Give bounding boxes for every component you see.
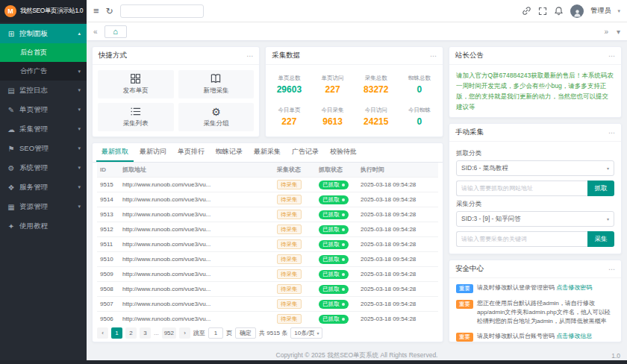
cell-url: http://www.runoob.com/vue3/vu... — [122, 226, 277, 233]
collect-button[interactable]: 采集 — [587, 231, 614, 247]
collect-status-badge: 待采集 — [277, 254, 302, 264]
sidebar-item-system-manage[interactable]: ⚙ 系统管理 ▾ — [0, 158, 87, 178]
cell-id: 9513 — [97, 211, 122, 218]
publish-page-button[interactable]: 发布单页 — [98, 70, 174, 98]
jump-unit: 页 — [226, 329, 232, 337]
more-icon[interactable]: ⋯ — [608, 129, 615, 136]
jump-page-input[interactable] — [208, 327, 223, 339]
security-text: 您正在使用后台默认路径admin，请自行修改 app/admin文件夹和admi… — [477, 300, 611, 324]
collect-status-badge: 待采集 — [277, 195, 302, 204]
importance-badge: 重要 — [456, 284, 473, 293]
more-icon[interactable]: ⋯ — [246, 52, 253, 60]
cell-time: 2025-03-18 09:54:28 — [361, 181, 438, 188]
collect-status-badge: 待采集 — [277, 314, 302, 324]
sidebar-item-dashboard[interactable]: ⊞ 控制面板 ▴ — [0, 24, 87, 43]
card-title: 手动采集 — [455, 128, 484, 137]
table-row: 9512 http://www.runoob.com/vue3/vu... 待采… — [97, 222, 438, 237]
sidebar-item-home[interactable]: 后台首页 — [0, 43, 87, 62]
total-count: 共 9515 条 — [259, 329, 287, 337]
quick-grid: 发布单页 新增采集 — [93, 65, 259, 136]
collect-manage-icon: ☁ — [6, 125, 16, 134]
tab-scroll-left-icon[interactable]: « — [92, 28, 99, 36]
grid-icon — [130, 73, 141, 84]
sidebar-item-resource-manage[interactable]: ▦ 资源管理 ▾ — [0, 197, 87, 216]
more-icon[interactable]: ⋯ — [608, 52, 615, 60]
tab-latest-visit[interactable]: 最新访问 — [134, 143, 172, 162]
tab-menu-icon[interactable]: ▾ — [615, 28, 622, 36]
sidebar-item-label: 控制面板 — [19, 29, 78, 39]
gear-icon: ⚙ — [211, 106, 221, 117]
cell-time: 2025-03-18 09:54:28 — [361, 271, 438, 277]
page-button-2[interactable]: 2 — [125, 327, 137, 339]
grab-group-select[interactable]: SID:6 - 菜鸟教程 ▾ — [456, 160, 614, 176]
content: 快捷方式 ⋯ 发布单页 — [87, 41, 627, 348]
col-grab-status: 抓取状态 — [319, 166, 361, 174]
jump-confirm-button[interactable]: 确定 — [235, 327, 256, 339]
chevron-down-icon[interactable]: ▾ — [617, 8, 620, 14]
sidebar-item-coop-ads[interactable]: 合作广告 ▾ — [0, 62, 87, 81]
page-button-1[interactable]: 1 — [111, 327, 122, 339]
page-button-last[interactable]: 952 — [162, 327, 176, 339]
sidebar-item-service-manage[interactable]: ❖ 服务管理 ▾ — [0, 178, 87, 197]
sidebar-item-label: 后台首页 — [20, 48, 81, 57]
grab-url-input[interactable] — [456, 181, 587, 196]
grab-button[interactable]: 抓取 — [587, 181, 614, 196]
cell-time: 2025-03-18 09:54:28 — [361, 286, 438, 292]
security-text: 请及时修改默认登录管理密码 — [477, 284, 555, 291]
chevron-down-icon: ▾ — [78, 126, 81, 132]
sidebar-item-collect-manage[interactable]: ☁ 采集管理 ▾ — [0, 119, 87, 139]
more-icon[interactable]: ⋯ — [430, 52, 437, 60]
grab-status-badge: 已抓取 — [319, 270, 349, 279]
search-input[interactable] — [120, 4, 204, 18]
sidebar-toggle-icon[interactable]: ≡ — [93, 6, 99, 16]
tab-verify-pending[interactable]: 校验待批 — [325, 143, 362, 162]
stat-today-collect: 今日采集 9613 — [311, 101, 354, 133]
tab-ad-log[interactable]: 广告记录 — [287, 143, 324, 162]
collect-input-row: 采集 — [456, 231, 614, 247]
notice-text: 请加入官方Q群674884243获取最新的售后！本系统码农一周时间开发完成，多少… — [449, 65, 621, 117]
tab-scroll-right-icon[interactable]: » — [602, 28, 610, 36]
card-title: 采集数据 — [272, 51, 300, 60]
bell-icon[interactable] — [554, 6, 564, 16]
collect-group-button[interactable]: ⚙ 采集分组 — [178, 103, 255, 131]
sidebar-item-seo-manage[interactable]: ⚑ SEO管理 ▾ — [0, 139, 87, 158]
tab-latest-grab[interactable]: 最新抓取 — [96, 143, 134, 162]
app-title: 我然SEO单页演示站1.0 — [20, 7, 83, 16]
home-icon: ⌂ — [113, 27, 118, 36]
username[interactable]: 管理员 — [590, 6, 611, 16]
sidebar-item-monitor-logs[interactable]: ▤ 监控日志 ▾ — [0, 81, 87, 100]
cell-id: 9507 — [97, 301, 122, 307]
sidebar-item-tutorial[interactable]: ✦ 使用教程 — [0, 216, 87, 236]
col-id: ID — [97, 166, 122, 173]
table-row: 9510 http://www.runoob.com/vue3/vu... 待采… — [97, 252, 438, 267]
page-button-3[interactable]: 3 — [140, 327, 151, 339]
stat-today-pages: 今日单页 227 — [267, 101, 311, 133]
table-row: 9508 http://www.runoob.com/vue3/vu... 待采… — [97, 282, 438, 297]
chevron-down-icon: ▾ — [316, 330, 319, 336]
tab-spider-log[interactable]: 蜘蛛记录 — [210, 143, 248, 162]
collect-keyword-input[interactable] — [456, 231, 587, 247]
refresh-icon[interactable]: ↻ — [106, 7, 113, 16]
collect-status-badge: 待采集 — [277, 225, 302, 234]
next-page-button[interactable]: › — [179, 327, 190, 339]
change-info-link[interactable]: 点击修改信息 — [556, 333, 592, 339]
collect-list-button[interactable]: 采集列表 — [98, 103, 174, 131]
prev-page-button[interactable]: ‹ — [97, 327, 108, 339]
tab-page-rank[interactable]: 单页排行 — [172, 143, 210, 162]
avatar[interactable] — [570, 4, 584, 18]
per-page-select[interactable]: 10条/页 ▾ — [290, 327, 322, 339]
change-password-link[interactable]: 点击修改密码 — [556, 284, 592, 291]
stat-page-visits: 单页访问 227 — [311, 69, 354, 101]
tab-latest-collect[interactable]: 最新采集 — [249, 143, 286, 162]
right-column: 站长公告 ⋯ 请加入官方Q群674884243获取最新的售后！本系统码农一周时间… — [449, 46, 622, 342]
link-icon[interactable] — [522, 6, 531, 16]
bottom-strip — [0, 360, 627, 364]
tab-home[interactable]: ⌂ — [104, 25, 127, 38]
collect-group-select[interactable]: SID:3 - [9] - 知乎问答 ▾ — [456, 211, 614, 227]
fullscreen-icon[interactable] — [538, 7, 547, 16]
collect-status-badge: 待采集 — [277, 269, 302, 279]
sidebar-item-page-manage[interactable]: ✎ 单页管理 ▾ — [0, 100, 87, 119]
grab-status-badge: 已抓取 — [319, 195, 349, 204]
add-collect-button[interactable]: 新增采集 — [178, 70, 255, 98]
more-icon[interactable]: ⋯ — [608, 266, 615, 273]
